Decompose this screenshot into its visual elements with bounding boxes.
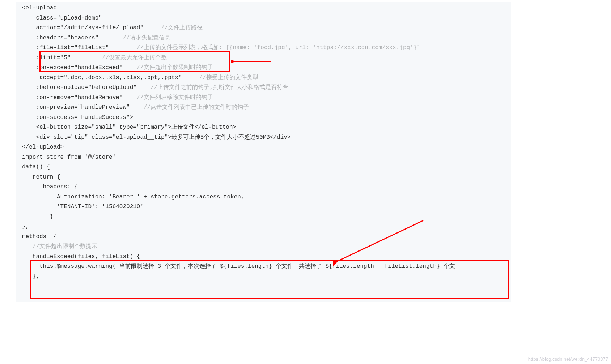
code-text: }, [22,223,29,230]
code-text: :on-preview="handlePreview" [22,104,144,111]
code-text [22,243,33,250]
code-line: class="upload-demo" [22,13,511,23]
code-line: import store from '@/store' [22,153,511,163]
code-line: return { [22,172,511,183]
code-text: return { [22,174,60,180]
code-text: data() { [22,164,50,170]
code-text: <el-button size="small" type="primary">上… [22,124,236,130]
code-line: <el-upload [22,3,511,13]
code-line: action="/admin/sys-file/upload" //文件上传路径 [22,23,511,33]
code-line: accept=".doc,.docx,.xls,.xlsx,.ppt,.pptx… [22,73,511,83]
code-line: methods: { [22,232,511,242]
page: <el-upload class="upload-demo" action="/… [0,0,611,364]
code-line: }, [22,222,511,232]
code-line: data() { [22,162,511,172]
top-strip [0,0,611,1]
code-comment: //上传的文件显示列表，格式如: [{name: 'food.jpg', url… [137,44,420,51]
code-line: <el-button size="small" type="primary">上… [22,123,511,133]
code-line: headers: { [22,182,511,192]
code-text: Authorization: 'Bearer ' + store.getters… [22,194,245,200]
code-comment: //请求头配置信息 [123,35,170,41]
code-text: </el-upload> [22,144,64,150]
code-line: :headers="headers" //请求头配置信息 [22,33,511,43]
code-line: 'TENANT-ID': '1564020210' [22,202,511,212]
code-line: </el-upload> [22,142,511,153]
code-comment: //上传文件之前的钩子,判断文件大小和格式是否符合 [150,84,288,91]
code-text: methods: { [22,234,57,240]
code-line: :before-upload="beforeUpload" //上传文件之前的钩… [22,83,511,93]
code-comment: //文件列表移除文件时的钩子 [137,94,213,101]
code-text: :file-list="fileList" [22,44,137,51]
code-comment: //接受上传的文件类型 [199,74,258,81]
code-line: :on-remove="handleRemove" //文件列表移除文件时的钩子 [22,93,511,103]
code-text: 'TENANT-ID': '1564020210' [22,204,144,210]
watermark-text: https://blog.csdn.net/weixin_44770377 [528,356,608,362]
code-text: :on-remove="handleRemove" [22,94,137,101]
code-comment: //文件上传路径 [161,25,203,31]
code-line: } [22,212,511,222]
code-text: } [22,214,53,220]
code-text: :headers="headers" [22,35,123,41]
code-text: action="/admin/sys-file/upload" [22,25,161,31]
code-text: import store from '@/store' [22,154,116,160]
code-text: accept=".doc,.docx,.xls,.xlsx,.ppt,.pptx… [22,74,199,81]
code-line: Authorization: 'Bearer ' + store.getters… [22,192,511,202]
code-text: <el-upload [22,5,57,11]
code-comment: //点击文件列表中已上传的文件时的钩子 [144,104,249,111]
code-line: :on-success="handleSuccess"> [22,113,511,123]
code-line: <div slot="tip" class="el-upload__tip">最… [22,133,511,143]
highlight-box-handle-exceed [30,260,509,299]
code-line: //文件超出限制个数提示 [22,242,511,252]
code-comment: //文件超出限制个数提示 [33,243,97,250]
code-line: :on-preview="handlePreview" //点击文件列表中已上传… [22,103,511,113]
code-text: <div slot="tip" class="el-upload__tip">最… [22,134,290,141]
code-text: handleExceed(files, fileList) { [22,253,140,260]
code-text: :on-success="handleSuccess"> [22,114,133,121]
code-text: :before-upload="beforeUpload" [22,84,150,91]
code-text: class="upload-demo" [22,15,102,21]
code-text: headers: { [22,184,78,190]
highlight-box-limit [39,51,230,72]
code-block: <el-upload class="upload-demo" action="/… [16,2,511,302]
